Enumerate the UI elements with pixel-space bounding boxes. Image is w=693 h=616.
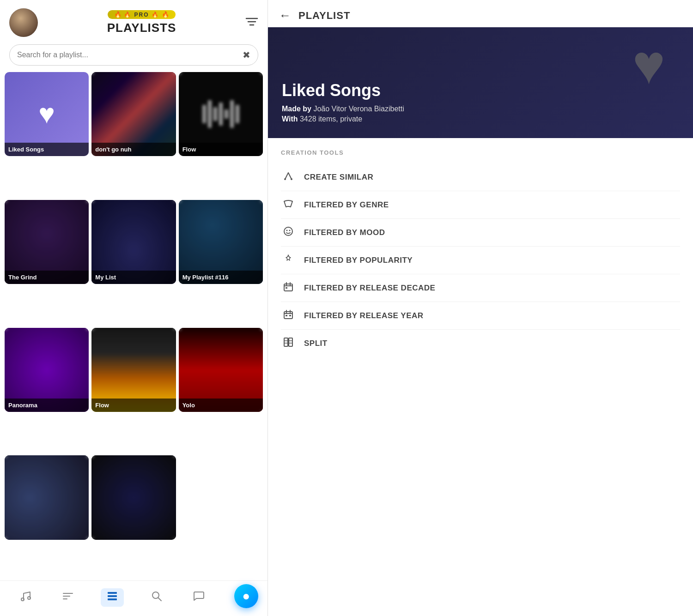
playlist-item-liked-songs[interactable]: ♥ Liked Songs <box>5 72 89 156</box>
fire-right-icon: 🔥 <box>162 11 169 18</box>
svg-rect-37 <box>284 338 288 346</box>
svg-rect-35 <box>286 315 287 316</box>
creation-tools-section: CREATION TOOLS CREATE SIMILAR FILTERED B… <box>268 138 693 362</box>
svg-rect-26 <box>284 284 292 291</box>
create-similar-icon <box>281 171 296 183</box>
playlist-item-3[interactable]: Flow <box>179 72 263 156</box>
tool-filter-mood[interactable]: FILTERED BY MOOD <box>281 219 680 247</box>
fire-left-icon: 🔥 <box>114 11 122 18</box>
svg-point-24 <box>286 230 288 231</box>
fab-button[interactable]: ● <box>234 584 258 608</box>
playlist-item-10[interactable] <box>5 455 89 539</box>
svg-point-22 <box>291 178 292 180</box>
split-label: SPLIT <box>304 339 328 348</box>
hero-with: With 3428 items, private <box>282 115 404 123</box>
hero-made-by: Made by João Vitor Verona Biazibetti <box>282 105 404 113</box>
hero-info: Liked Songs Made by João Vitor Verona Bi… <box>282 81 404 125</box>
card-8-label: Flow <box>91 399 176 412</box>
playlist-item-2[interactable]: don't go nuh <box>91 72 176 156</box>
svg-rect-36 <box>289 315 291 316</box>
svg-point-21 <box>284 178 286 180</box>
playlist-item-9[interactable]: Yolo <box>179 328 263 412</box>
pro-badge: 🔥 🔥 PRO 🔥 🔥 <box>108 10 176 19</box>
svg-point-23 <box>284 227 292 236</box>
playlists-title: PLAYLISTS <box>107 21 176 35</box>
playlist-item-4[interactable]: The Grind <box>5 200 89 284</box>
svg-rect-30 <box>286 287 287 289</box>
nav-sort-icon[interactable] <box>58 588 78 607</box>
playlist-item-5[interactable]: My List <box>91 200 176 284</box>
with-value: 3428 items, private <box>300 115 362 123</box>
search-bar-wrap: ✖ <box>0 42 267 72</box>
section-label: CREATION TOOLS <box>281 149 680 156</box>
liked-songs-heart-icon: ♥ <box>38 100 55 128</box>
filter-popularity-label: FILTERED BY POPULARITY <box>304 256 413 265</box>
liked-songs-label: Liked Songs <box>5 143 89 156</box>
made-by-value: João Vitor Verona Biazibetti <box>313 105 404 113</box>
pro-text: 🔥 PRO 🔥 <box>124 12 159 18</box>
svg-point-11 <box>28 597 30 599</box>
nav-search-icon[interactable] <box>147 588 166 607</box>
tool-create-similar[interactable]: CREATE SIMILAR <box>281 163 680 191</box>
svg-rect-38 <box>289 338 292 346</box>
nav-list-icon[interactable] <box>101 588 124 607</box>
card-6-label: My Playlist #116 <box>179 271 263 284</box>
svg-line-19 <box>158 598 161 601</box>
hero-title: Liked Songs <box>282 81 404 100</box>
left-header: 🔥 🔥 PRO 🔥 🔥 PLAYLISTS <box>0 0 267 42</box>
bottom-nav: 🔥 <box>0 580 267 616</box>
card-2-label: don't go nuh <box>91 143 176 156</box>
playlist-item-6[interactable]: My Playlist #116 <box>179 200 263 284</box>
filter-release-year-icon <box>281 309 296 322</box>
filter-release-decade-icon <box>281 282 296 294</box>
filter-mood-label: FILTERED BY MOOD <box>304 228 385 237</box>
svg-rect-17 <box>108 598 117 600</box>
card-5-label: My List <box>91 271 176 284</box>
hero-heart-icon: ♥ <box>632 36 665 92</box>
search-input[interactable] <box>17 51 239 59</box>
playlist-item-11[interactable] <box>91 455 176 539</box>
filter-popularity-icon <box>281 254 296 266</box>
right-panel-title: PLAYLIST <box>298 10 350 22</box>
tool-split[interactable]: SPLIT <box>281 330 680 357</box>
playlist-item-8[interactable]: Flow <box>91 328 176 412</box>
left-panel: 🔥 🔥 PRO 🔥 🔥 PLAYLISTS ✖ ♥ Liked Songs <box>0 0 268 616</box>
svg-point-10 <box>21 598 24 601</box>
svg-rect-31 <box>284 312 292 319</box>
playlist-item-7[interactable]: Panorama <box>5 328 89 412</box>
avatar[interactable] <box>9 8 38 37</box>
tool-filter-genre[interactable]: FILTERED BY GENRE <box>281 191 680 219</box>
playlist-grid: ♥ Liked Songs don't go nuh <box>0 72 267 580</box>
filter-genre-label: FILTERED BY GENRE <box>304 200 389 210</box>
made-by-label: Made by <box>282 105 311 113</box>
split-icon <box>281 337 296 350</box>
with-label: With <box>282 115 298 123</box>
title-area: 🔥 🔥 PRO 🔥 🔥 PLAYLISTS <box>107 10 176 35</box>
svg-rect-16 <box>108 595 117 597</box>
card-7-label: Panorama <box>5 399 89 412</box>
right-panel: ← PLAYLIST Liked Songs Made by João Vito… <box>268 0 693 616</box>
filter-release-decade-label: FILTERED BY RELEASE DECADE <box>304 284 435 293</box>
create-similar-label: CREATE SIMILAR <box>304 173 373 182</box>
tool-filter-release-year[interactable]: FILTERED BY RELEASE YEAR <box>281 302 680 330</box>
filter-genre-icon <box>281 199 296 211</box>
tool-filter-popularity[interactable]: FILTERED BY POPULARITY <box>281 247 680 274</box>
tool-filter-release-decade[interactable]: FILTERED BY RELEASE DECADE <box>281 274 680 302</box>
nav-music-icon[interactable] <box>16 588 36 607</box>
clear-icon[interactable]: ✖ <box>243 49 250 60</box>
filter-icon[interactable] <box>245 16 258 30</box>
svg-point-25 <box>289 230 291 231</box>
playlist-hero: Liked Songs Made by João Vitor Verona Bi… <box>268 27 693 138</box>
back-button[interactable]: ← <box>279 8 291 23</box>
svg-rect-15 <box>108 592 117 594</box>
card-9-label: Yolo <box>179 399 263 412</box>
nav-chat-icon[interactable] <box>189 588 208 607</box>
filter-mood-icon <box>281 226 296 239</box>
filter-release-year-label: FILTERED BY RELEASE YEAR <box>304 311 424 320</box>
card-4-label: The Grind <box>5 271 89 284</box>
fab-icon: ● <box>243 589 250 604</box>
search-bar: ✖ <box>9 44 258 66</box>
right-panel-header: ← PLAYLIST <box>268 0 693 27</box>
card-3-label: Flow <box>179 143 263 156</box>
